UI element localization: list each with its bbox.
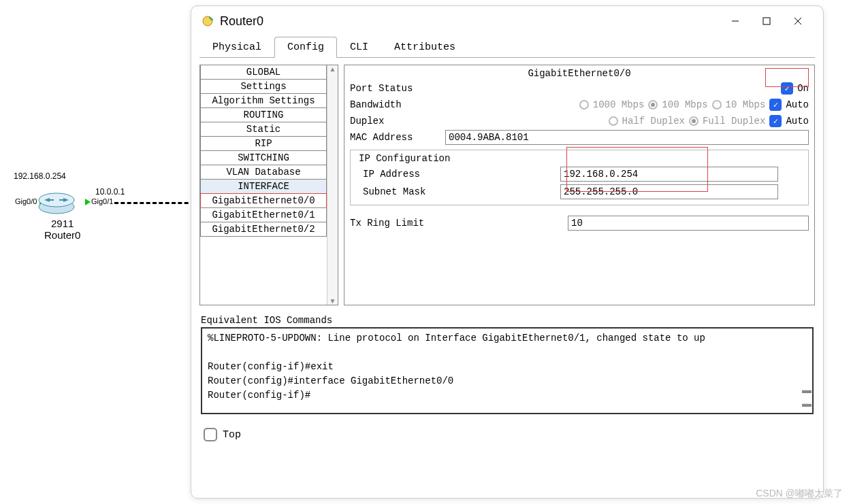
sidebar-item-rip[interactable]: RIP bbox=[200, 136, 327, 151]
svg-rect-4 bbox=[763, 18, 770, 24]
router-config-window: Router0 Physical Config CLI Attributes G… bbox=[191, 5, 824, 499]
bw-100-radio[interactable] bbox=[648, 100, 658, 110]
app-icon bbox=[201, 14, 214, 28]
tab-cli[interactable]: CLI bbox=[337, 37, 381, 58]
svg-point-1 bbox=[39, 193, 74, 207]
topology-canvas[interactable]: 192.168.0.254 10.0.0.1 Gig0/0 Gig0/1 291… bbox=[0, 0, 191, 504]
subnet-mask-input[interactable] bbox=[560, 184, 778, 199]
link-line bbox=[114, 202, 195, 204]
tx-ring-input[interactable] bbox=[568, 216, 809, 231]
port-label-left: Gig0/0 bbox=[15, 197, 37, 205]
full-duplex-radio[interactable] bbox=[689, 116, 699, 126]
ios-commands-label: Equivalent IOS Commands bbox=[201, 315, 823, 326]
duplex-label: Duplex bbox=[350, 116, 445, 127]
sidebar-item-static[interactable]: Static bbox=[200, 122, 327, 137]
top-checkbox[interactable] bbox=[204, 428, 217, 441]
sidebar-item-gigabitethernet0-1[interactable]: GigabitEthernet0/1 bbox=[200, 207, 327, 222]
tab-bar: Physical Config CLI Attributes bbox=[199, 36, 815, 58]
scroll-down-icon[interactable]: ▼ bbox=[327, 297, 338, 305]
sidebar-item-switching[interactable]: SWITCHING bbox=[200, 150, 327, 165]
scroll-mark-icon: ▬ bbox=[801, 384, 812, 395]
ip-address-input[interactable] bbox=[560, 167, 778, 182]
port-status-on-label: On bbox=[797, 83, 809, 94]
router-icon bbox=[37, 190, 76, 215]
router-device[interactable] bbox=[37, 190, 76, 217]
interface-config-panel: GigabitEthernet0/0 Port Status ✓ On Band… bbox=[344, 65, 815, 305]
bw-10-radio[interactable] bbox=[712, 100, 722, 110]
sidebar-scrollbar[interactable]: ▲▼ bbox=[327, 65, 338, 305]
tab-physical[interactable]: Physical bbox=[199, 37, 274, 58]
sidebar-item-interface[interactable]: INTERFACE bbox=[200, 179, 327, 194]
minimize-icon bbox=[730, 16, 740, 26]
ip-address-label: IP Address bbox=[356, 169, 560, 180]
ios-commands-text[interactable]: %LINEPROTO-5-UPDOWN: Line protocol on In… bbox=[202, 329, 801, 413]
half-duplex-radio[interactable] bbox=[609, 116, 618, 126]
sidebar-item-algorithm-settings[interactable]: Algorithm Settings bbox=[200, 93, 327, 108]
config-sidebar: GLOBALSettingsAlgorithm SettingsROUTINGS… bbox=[199, 65, 338, 305]
mac-input[interactable] bbox=[445, 130, 809, 145]
window-title: Router0 bbox=[220, 14, 720, 29]
ios-commands-box: %LINEPROTO-5-UPDOWN: Line protocol on In… bbox=[201, 327, 814, 414]
router-label: 2911 Router0 bbox=[44, 218, 80, 241]
tx-ring-label: Tx Ring Limit bbox=[350, 218, 568, 229]
sidebar-item-gigabitethernet0-0[interactable]: GigabitEthernet0/0 bbox=[200, 193, 327, 208]
tab-config[interactable]: Config bbox=[274, 37, 337, 58]
panel-title: GigabitEthernet0/0 bbox=[350, 68, 809, 79]
top-checkbox-row[interactable]: Top bbox=[204, 428, 823, 441]
close-icon bbox=[793, 16, 803, 26]
sidebar-item-global[interactable]: GLOBAL bbox=[200, 65, 327, 80]
subnet-mask-label: Subnet Mask bbox=[356, 186, 560, 197]
minimize-button[interactable] bbox=[720, 11, 751, 31]
sidebar-item-vlan-database[interactable]: VLAN Database bbox=[200, 165, 327, 180]
port-status-checkbox[interactable]: ✓ bbox=[781, 82, 793, 95]
router-ip-right: 10.0.0.1 bbox=[95, 187, 125, 197]
watermark: CSDN @嘟嘟太菜了 bbox=[756, 488, 843, 500]
maximize-icon bbox=[762, 17, 771, 25]
ip-config-fieldset: IP Configuration IP Address Subnet Mask bbox=[350, 150, 809, 205]
ip-config-title: IP Configuration bbox=[356, 153, 453, 164]
bw-auto-checkbox[interactable]: ✓ bbox=[769, 99, 782, 111]
scroll-mark-icon: ▬ bbox=[801, 398, 812, 409]
sidebar-item-routing[interactable]: ROUTING bbox=[200, 107, 327, 122]
link-status-arrow-right bbox=[85, 199, 91, 205]
mac-label: MAC Address bbox=[350, 132, 445, 143]
titlebar[interactable]: Router0 bbox=[191, 6, 823, 36]
duplex-auto-checkbox[interactable]: ✓ bbox=[769, 115, 782, 127]
bandwidth-label: Bandwidth bbox=[350, 99, 445, 110]
close-button[interactable] bbox=[782, 11, 814, 31]
tab-attributes[interactable]: Attributes bbox=[381, 37, 468, 58]
top-label: Top bbox=[223, 429, 241, 441]
scroll-up-icon[interactable]: ▲ bbox=[327, 65, 338, 73]
sidebar-item-settings[interactable]: Settings bbox=[200, 79, 327, 94]
maximize-button[interactable] bbox=[751, 11, 782, 31]
bw-1000-radio[interactable] bbox=[579, 100, 589, 110]
port-status-label: Port Status bbox=[350, 83, 445, 94]
sidebar-item-gigabitethernet0-2[interactable]: GigabitEthernet0/2 bbox=[200, 222, 327, 237]
router-ip-left: 192.168.0.254 bbox=[14, 171, 66, 181]
port-label-right: Gig0/1 bbox=[91, 197, 113, 205]
ios-scrollbar[interactable]: ▬ ▬ bbox=[801, 329, 812, 413]
